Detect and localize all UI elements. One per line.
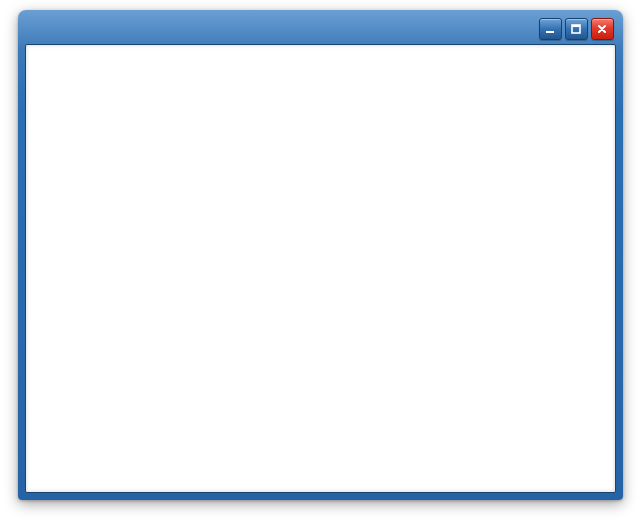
minimize-button[interactable] <box>539 18 562 40</box>
maximize-button[interactable] <box>565 18 588 40</box>
titlebar[interactable] <box>25 10 616 44</box>
client-area <box>25 44 616 493</box>
close-icon <box>596 23 608 35</box>
close-button[interactable] <box>591 18 614 40</box>
application-window <box>18 10 623 500</box>
svg-rect-2 <box>572 25 580 27</box>
minimize-icon <box>544 23 556 35</box>
maximize-icon <box>570 23 582 35</box>
svg-rect-0 <box>546 31 554 33</box>
